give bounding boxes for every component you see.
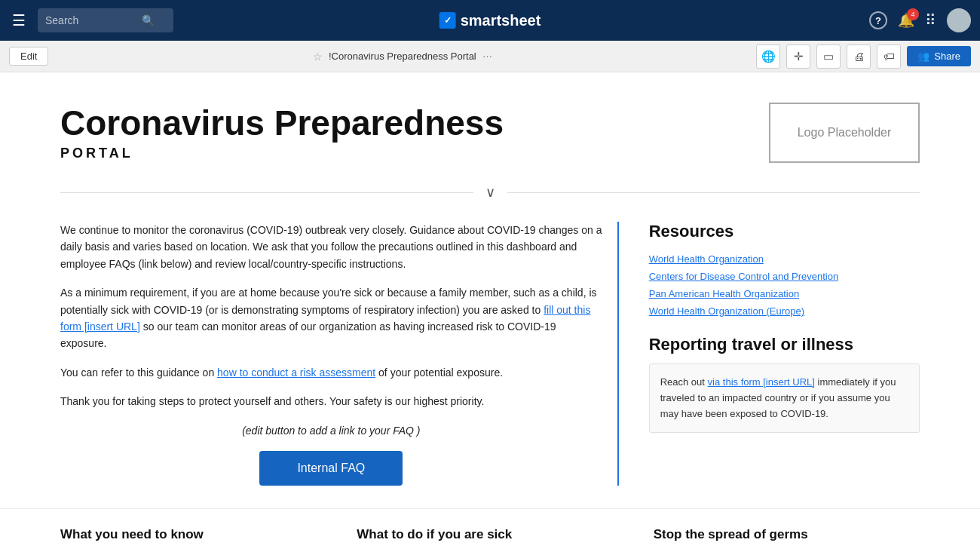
paragraph-3-before: You can refer to this guidance on <box>60 366 214 379</box>
portal-subheading: PORTAL <box>60 146 504 161</box>
divider-row: ∨ <box>0 178 980 207</box>
reporting-title: Reporting travel or illness <box>649 335 920 354</box>
card-sick: What to do if you are sick If you are si… <box>357 527 623 552</box>
toolbar-right: 🌐 ✛ ▭ 🖨 🏷 👥 Share <box>756 44 971 69</box>
toolbar: Edit ☆ !Coronavirus Preparedness Portal … <box>0 41 980 72</box>
reporting-box: Reach out via this form [insert URL] imm… <box>649 363 920 433</box>
print-button[interactable]: 🖨 <box>847 44 871 69</box>
bottom-cards: What you need to know Coronavirus Diseas… <box>0 508 980 552</box>
resources-title: Resources <box>649 222 920 241</box>
portal-title-bar: ☆ !Coronavirus Preparedness Portal ⋯ <box>54 51 750 63</box>
risk-assessment-link[interactable]: how to conduct a risk assessment <box>217 366 375 379</box>
edit-button[interactable]: Edit <box>9 47 48 66</box>
reporting-before: Reach out <box>660 376 705 388</box>
logo-placeholder: Logo Placeholder <box>769 103 920 163</box>
search-input[interactable] <box>45 14 136 26</box>
hamburger-icon[interactable]: ☰ <box>9 8 29 32</box>
card-know-title: What you need to know <box>60 527 326 542</box>
paragraph-4: Thank you for taking steps to protect yo… <box>60 393 602 409</box>
top-navigation: ☰ 🔍 ✓ smartsheet ? 🔔 4 ⠿ <box>0 0 980 41</box>
screen-button[interactable]: ▭ <box>816 44 841 69</box>
card-germs-title: Stop the spread of germs <box>654 527 920 542</box>
share-label: Share <box>934 51 960 62</box>
resource-link-who-europe[interactable]: World Health Organization (Europe) <box>649 305 920 317</box>
tag-button[interactable]: 🏷 <box>877 44 901 69</box>
ellipsis-icon[interactable]: ⋯ <box>482 51 492 62</box>
avatar[interactable] <box>947 8 971 32</box>
resource-link-paho[interactable]: Pan American Health Organization <box>649 288 920 299</box>
body-section: We continue to monitor the coronavirus (… <box>0 207 980 508</box>
help-icon[interactable]: ? <box>869 11 887 29</box>
paragraph-1: We continue to monitor the coronavirus (… <box>60 222 602 272</box>
search-icon: 🔍 <box>142 14 155 26</box>
paragraph-3-after: of your potential exposure. <box>378 366 503 379</box>
resource-link-cdc[interactable]: Centers for Disease Control and Preventi… <box>649 271 920 282</box>
portal-heading: Coronavirus Preparedness <box>60 104 504 143</box>
globe-button[interactable]: 🌐 <box>756 44 780 69</box>
portal-title: Coronavirus Preparedness PORTAL <box>60 104 504 161</box>
star-icon[interactable]: ☆ <box>313 51 323 63</box>
card-germs: Stop the spread of germs To help prevent… <box>654 527 920 552</box>
target-button[interactable]: ✛ <box>786 44 810 69</box>
notification-badge: 4 <box>907 8 919 20</box>
grid-icon[interactable]: ⠿ <box>925 11 936 29</box>
card-sick-title: What to do if you are sick <box>357 527 623 542</box>
divider-left <box>60 192 473 193</box>
reporting-link[interactable]: via this form [insert URL] <box>708 376 815 388</box>
faq-note: (edit button to add a link to your FAQ ) <box>60 422 602 439</box>
card-know: What you need to know Coronavirus Diseas… <box>60 527 326 552</box>
paragraph-3: You can refer to this guidance on how to… <box>60 364 602 381</box>
internal-faq-button[interactable]: Internal FAQ <box>259 451 403 486</box>
main-content: Coronavirus Preparedness PORTAL Logo Pla… <box>0 72 980 552</box>
search-box[interactable]: 🔍 <box>38 8 173 32</box>
chevron-down-icon[interactable]: ∨ <box>473 184 507 201</box>
card-sick-excerpt: If you are sick with COVID-19, or suspec… <box>357 548 623 552</box>
logo-mark: ✓ <box>439 12 456 29</box>
card-know-excerpt: Coronavirus Disease 2019 (COVID-19) is a… <box>60 548 326 552</box>
right-column: Resources World Health Organization Cent… <box>649 222 920 486</box>
resource-link-who[interactable]: World Health Organization <box>649 253 920 265</box>
paragraph-2-before: As a minimum requirement, if you are at … <box>60 287 597 315</box>
share-icon: 👥 <box>917 51 929 62</box>
notifications-icon[interactable]: 🔔 4 <box>898 12 914 29</box>
divider-right <box>507 192 920 193</box>
share-button[interactable]: 👥 Share <box>907 46 971 66</box>
portal-header: Coronavirus Preparedness PORTAL Logo Pla… <box>0 72 980 178</box>
app-logo: ✓ smartsheet <box>439 12 541 29</box>
nav-right: ? 🔔 4 ⠿ <box>869 8 971 32</box>
left-column: We continue to monitor the coronavirus (… <box>60 222 619 486</box>
paragraph-2: As a minimum requirement, if you are at … <box>60 284 602 352</box>
card-germs-excerpt: To help prevent the spread of respirator… <box>654 548 920 552</box>
logo-text: smartsheet <box>461 12 541 29</box>
portal-name: !Coronavirus Preparedness Portal <box>329 51 476 62</box>
